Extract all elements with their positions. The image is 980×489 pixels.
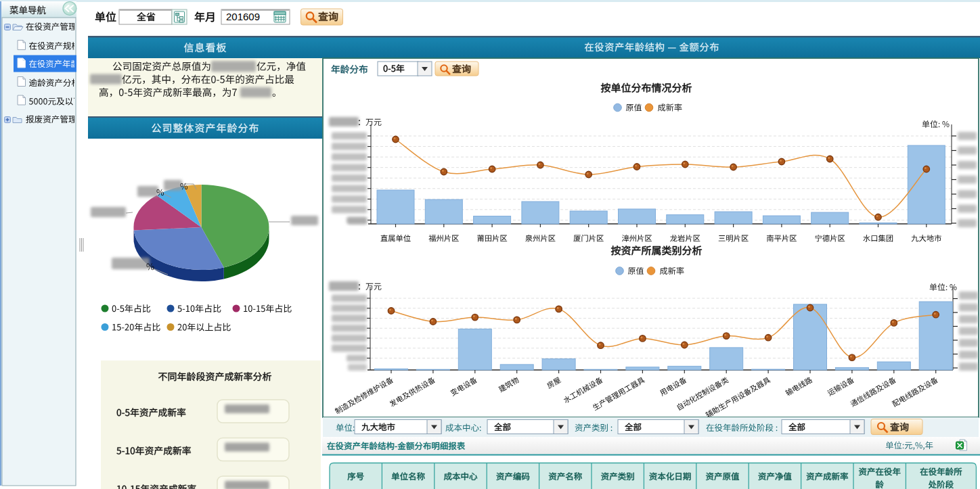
svg-text:201609: 201609 <box>226 11 260 22</box>
